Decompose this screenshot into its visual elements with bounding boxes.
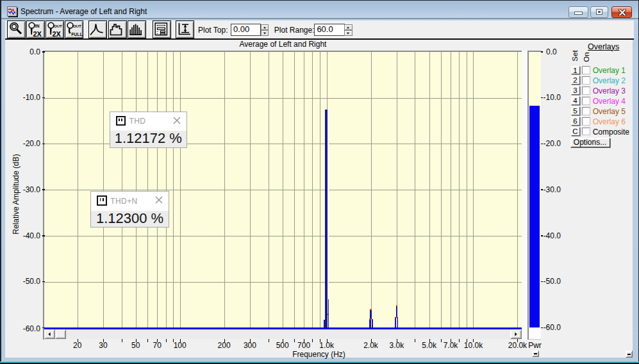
svg-text:FULL: FULL (71, 32, 82, 37)
svg-text:2X: 2X (52, 29, 61, 37)
svg-text:OUT: OUT (53, 23, 62, 28)
svg-text:2X: 2X (33, 29, 42, 37)
svg-text:OUT: OUT (73, 23, 81, 28)
svg-text:IN: IN (35, 23, 40, 28)
